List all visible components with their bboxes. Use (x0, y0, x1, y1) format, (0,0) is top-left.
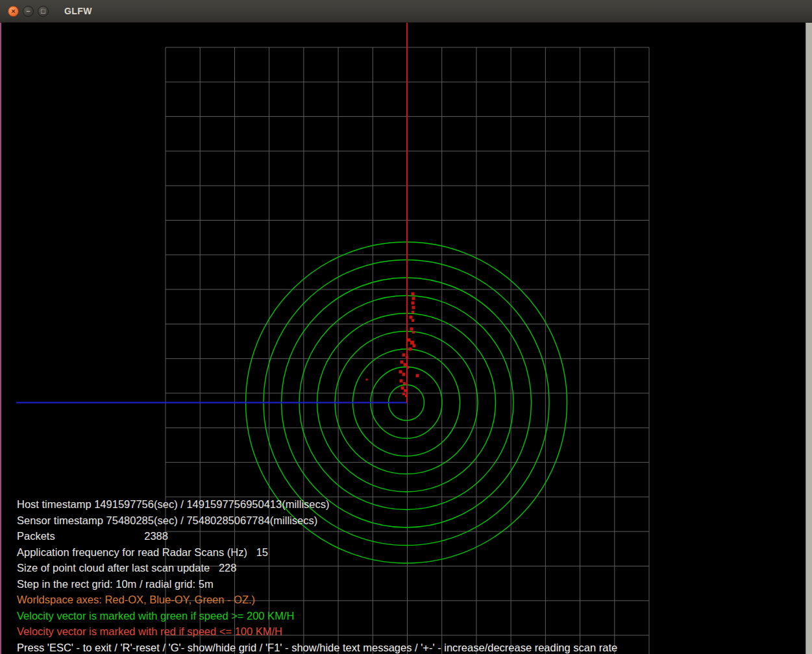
hud-line-3: Application frequency for read Radar Sca… (17, 544, 617, 561)
hud-text-block: Host timestamp 1491597756(sec) / 1491597… (17, 496, 617, 654)
hud-line-5: Step in the rect grid: 10m / radial grid… (17, 576, 617, 592)
minimize-button[interactable]: − (23, 6, 34, 17)
minimize-icon: − (26, 7, 30, 14)
hud-line-1: Sensor timestamp 75480285(sec) / 7548028… (17, 513, 617, 529)
hud-line-7: Velocity vector is marked with green if … (17, 608, 617, 624)
maximize-icon: □ (41, 7, 45, 14)
maximize-button[interactable]: □ (38, 6, 49, 17)
window-title: GLFW (64, 6, 92, 16)
hud-line-4: Size of point cloud after last scan upda… (17, 560, 617, 576)
close-button[interactable]: × (8, 6, 19, 17)
hud-line-2: Packets 2388 (17, 528, 617, 544)
hud-line-8: Velocity vector is marked with red if sp… (17, 624, 617, 640)
window-right-edge[interactable] (806, 23, 812, 654)
hud-line-6: Worldspace axes: Red-OX, Blue-OY, Green … (17, 592, 617, 608)
titlebar: × − □ GLFW (0, 0, 812, 23)
point-cloud (366, 293, 419, 398)
glfw-window: Host timestamp 1491597756(sec) / 1491597… (0, 0, 812, 654)
close-icon: × (11, 7, 15, 14)
hud-line-9: Press 'ESC' - to exit / 'R'-reset / 'G'-… (17, 640, 617, 654)
hud-line-0: Host timestamp 1491597756(sec) / 1491597… (17, 496, 617, 513)
window-left-border (0, 23, 1, 654)
